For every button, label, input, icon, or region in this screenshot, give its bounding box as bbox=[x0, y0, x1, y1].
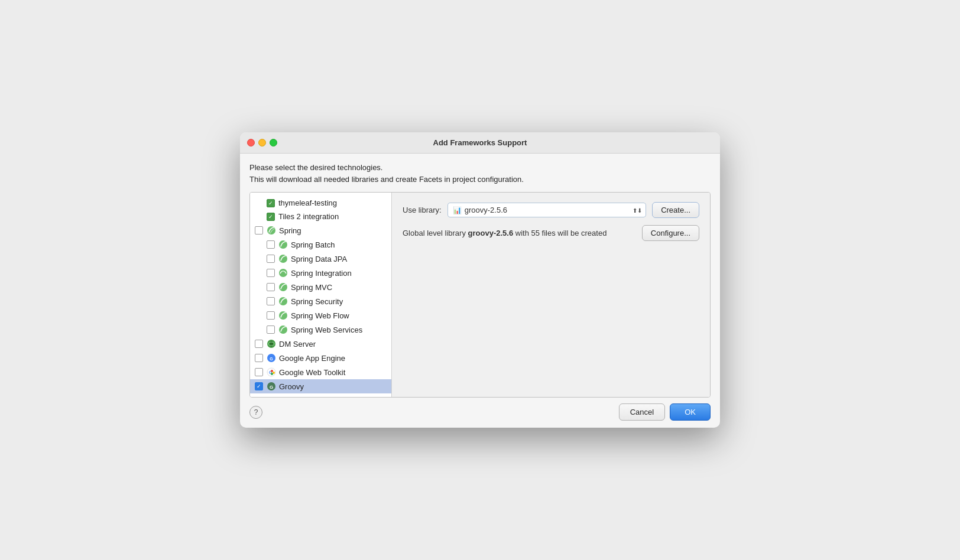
list-item-spring-web-flow[interactable]: Spring Web Flow bbox=[250, 308, 391, 323]
spring-icon bbox=[267, 226, 276, 235]
svg-point-1 bbox=[279, 240, 287, 249]
list-item-groovy[interactable]: ✓ G Groovy bbox=[250, 379, 391, 393]
framework-list: ✓ thymeleaf-testing ✓ Tiles 2 integratio… bbox=[250, 193, 392, 397]
list-item-spring-data-jpa[interactable]: Spring Data JPA bbox=[250, 252, 391, 266]
select-arrows-icon: ⬆⬇ bbox=[633, 207, 642, 213]
svg-point-2 bbox=[279, 255, 287, 263]
list-item[interactable]: ✓ thymeleaf-testing bbox=[250, 196, 391, 210]
zoom-button[interactable] bbox=[270, 139, 277, 146]
checkbox-google-web-toolkit[interactable] bbox=[255, 368, 263, 376]
svg-point-6 bbox=[279, 311, 287, 320]
main-content: ✓ thymeleaf-testing ✓ Tiles 2 integratio… bbox=[249, 192, 711, 398]
list-item-spring-integration[interactable]: Spring Integration bbox=[250, 266, 391, 280]
svg-point-17 bbox=[271, 373, 273, 375]
list-item-spring-security[interactable]: Spring Security bbox=[250, 294, 391, 308]
list-item[interactable]: ✓ Tiles 2 integration bbox=[250, 210, 391, 223]
spring-integration-icon bbox=[278, 268, 288, 278]
spring-web-services-icon bbox=[278, 325, 288, 334]
list-item-google-app-engine[interactable]: G Google App Engine bbox=[250, 351, 391, 365]
checkbox-tiles-2-integration[interactable]: ✓ bbox=[267, 213, 275, 221]
checkbox-spring-integration[interactable] bbox=[267, 269, 275, 277]
bar-chart-icon: 📊 bbox=[453, 206, 462, 214]
checkbox-groovy[interactable]: ✓ bbox=[255, 382, 263, 390]
create-button[interactable]: Create... bbox=[652, 202, 699, 218]
spring-web-flow-icon bbox=[278, 311, 288, 320]
list-item-spring-web-services[interactable]: Spring Web Services bbox=[250, 323, 391, 337]
spring-batch-icon bbox=[278, 240, 288, 249]
dialog-body: Please select the desired technologies. … bbox=[240, 154, 720, 398]
checkbox-spring[interactable] bbox=[255, 226, 263, 235]
help-button[interactable]: ? bbox=[249, 406, 262, 419]
svg-text:G: G bbox=[270, 357, 273, 361]
checkbox-spring-web-services[interactable] bbox=[267, 325, 275, 334]
spring-mvc-icon bbox=[278, 282, 288, 292]
add-frameworks-dialog: Add Frameworks Support Please select the… bbox=[240, 132, 720, 428]
cancel-button[interactable]: Cancel bbox=[619, 403, 665, 421]
list-item-spring-batch[interactable]: Spring Batch bbox=[250, 237, 391, 252]
svg-point-7 bbox=[279, 325, 287, 334]
google-web-toolkit-icon: G bbox=[267, 367, 276, 377]
checkbox-spring-mvc[interactable] bbox=[267, 283, 275, 291]
list-item-dm-server[interactable]: DM Server bbox=[250, 337, 391, 351]
checkbox-thymeleaf-testing[interactable]: ✓ bbox=[267, 199, 275, 207]
dm-server-icon bbox=[267, 339, 276, 349]
ok-button[interactable]: OK bbox=[670, 403, 711, 421]
info-text: Global level library groovy-2.5.6 with 5… bbox=[403, 229, 642, 237]
svg-point-5 bbox=[279, 297, 287, 305]
svg-point-4 bbox=[279, 283, 287, 291]
list-item-spring[interactable]: Spring bbox=[250, 223, 391, 237]
svg-point-0 bbox=[267, 226, 275, 235]
library-row: Use library: 📊 groovy-2.5.6 ⬆⬇ Create... bbox=[403, 202, 699, 218]
checkbox-spring-security[interactable] bbox=[267, 297, 275, 305]
checkbox-spring-data-jpa[interactable] bbox=[267, 255, 275, 263]
checkbox-dm-server[interactable] bbox=[255, 340, 263, 348]
traffic-lights bbox=[247, 139, 277, 146]
bottom-right-buttons: Cancel OK bbox=[619, 403, 711, 421]
svg-text:G: G bbox=[270, 385, 273, 390]
use-library-label: Use library: bbox=[403, 206, 442, 214]
list-item-spring-mvc[interactable]: Spring MVC bbox=[250, 280, 391, 294]
right-panel: Use library: 📊 groovy-2.5.6 ⬆⬇ Create...… bbox=[392, 193, 710, 397]
close-button[interactable] bbox=[247, 139, 255, 146]
minimize-button[interactable] bbox=[258, 139, 266, 146]
info-row: Global level library groovy-2.5.6 with 5… bbox=[403, 225, 699, 241]
dialog-title: Add Frameworks Support bbox=[433, 138, 527, 147]
title-bar: Add Frameworks Support bbox=[240, 132, 720, 154]
checkbox-spring-batch[interactable] bbox=[267, 240, 275, 249]
spring-data-jpa-icon bbox=[278, 254, 288, 263]
checkbox-google-app-engine[interactable] bbox=[255, 354, 263, 362]
library-value: groovy-2.5.6 bbox=[465, 206, 507, 214]
description-text: Please select the desired technologies. … bbox=[249, 162, 711, 185]
bottom-bar: ? Cancel OK bbox=[240, 398, 720, 428]
list-item-google-web-toolkit[interactable]: G Google Web Toolkit bbox=[250, 365, 391, 379]
google-app-engine-icon: G bbox=[267, 353, 276, 363]
configure-button[interactable]: Configure... bbox=[642, 225, 699, 241]
library-select-wrapper: 📊 groovy-2.5.6 ⬆⬇ bbox=[447, 203, 646, 217]
checkbox-spring-web-flow[interactable] bbox=[267, 311, 275, 320]
groovy-icon: G bbox=[267, 382, 276, 391]
spring-security-icon bbox=[278, 297, 288, 306]
svg-point-15 bbox=[271, 370, 273, 372]
